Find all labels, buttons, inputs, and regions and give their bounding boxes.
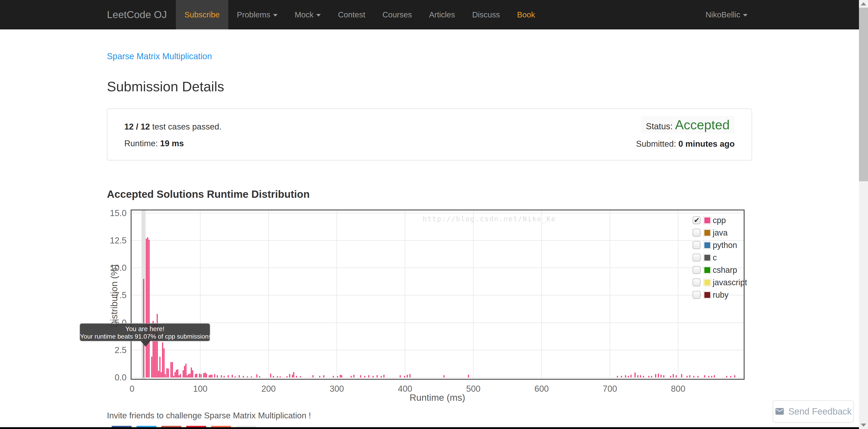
bar bbox=[243, 376, 244, 377]
bar bbox=[235, 376, 236, 377]
bar bbox=[625, 375, 626, 377]
bar bbox=[175, 372, 176, 377]
submitted-label: Submitted: bbox=[636, 139, 678, 149]
bar bbox=[149, 240, 150, 377]
bar bbox=[161, 372, 162, 377]
tooltip-line2: Your runtime beats 91.07% of cpp submiss… bbox=[80, 333, 210, 340]
checkbox-icon[interactable] bbox=[692, 241, 701, 249]
bar bbox=[189, 374, 191, 377]
grid-line bbox=[541, 210, 542, 379]
color-swatch bbox=[704, 217, 711, 224]
status-badge[interactable]: Accepted bbox=[675, 117, 730, 132]
bar bbox=[214, 374, 215, 377]
bar bbox=[353, 375, 354, 377]
color-swatch bbox=[704, 254, 711, 261]
bar bbox=[247, 376, 248, 377]
nav-item-mock[interactable]: Mock bbox=[286, 0, 330, 29]
checkbox-icon[interactable] bbox=[692, 278, 701, 286]
bar bbox=[693, 376, 694, 377]
legend-row-csharp: csharp bbox=[692, 264, 747, 276]
send-feedback-button[interactable]: Send Feedback bbox=[773, 400, 854, 423]
nav-item-articles[interactable]: Articles bbox=[421, 0, 464, 29]
nav-item-courses[interactable]: Courses bbox=[374, 0, 421, 29]
bar bbox=[319, 376, 320, 377]
bar bbox=[147, 237, 148, 377]
bar bbox=[223, 376, 225, 377]
nav-item-discuss[interactable]: Discuss bbox=[464, 0, 508, 29]
x-axis-tick: 800 bbox=[660, 384, 696, 394]
bar bbox=[210, 375, 211, 377]
nav-item-label: Problems bbox=[237, 10, 270, 19]
grid-line bbox=[337, 210, 337, 379]
problem-link[interactable]: Sparse Matrix Multiplication bbox=[107, 52, 212, 61]
bar bbox=[660, 375, 662, 377]
chevron-down-icon bbox=[273, 14, 278, 17]
x-axis-tick: 100 bbox=[182, 384, 218, 394]
bar bbox=[637, 375, 638, 377]
tests-passed-line: 12 / 12 test cases passed. bbox=[124, 122, 221, 131]
nav-item-label: Discuss bbox=[472, 10, 500, 19]
legend-row-ruby: ruby bbox=[692, 288, 747, 301]
nav-brand[interactable]: LeetCode OJ bbox=[107, 0, 176, 29]
bar bbox=[195, 374, 196, 377]
bar bbox=[191, 368, 192, 377]
bar bbox=[165, 374, 166, 377]
bottom-bar bbox=[0, 427, 859, 429]
scrollbar[interactable] bbox=[859, 0, 868, 429]
runtime-value: 19 ms bbox=[160, 139, 184, 148]
y-axis-tick: 0.0 bbox=[89, 372, 127, 383]
color-swatch bbox=[704, 242, 711, 249]
scrollbar-thumb[interactable] bbox=[859, 8, 868, 181]
bar bbox=[205, 372, 206, 377]
user-menu[interactable]: NikoBellic bbox=[701, 0, 752, 29]
checkbox-icon[interactable] bbox=[692, 291, 701, 299]
bar bbox=[200, 374, 202, 377]
bar bbox=[663, 375, 664, 377]
bar bbox=[187, 375, 188, 377]
result-panel: 12 / 12 test cases passed. Runtime: 19 m… bbox=[107, 109, 752, 160]
scroll-down-button[interactable] bbox=[861, 424, 866, 427]
bar bbox=[185, 364, 186, 377]
checkbox-icon[interactable] bbox=[692, 266, 701, 274]
bar bbox=[300, 376, 301, 377]
status-line: Status: Accepted bbox=[641, 116, 735, 133]
bar bbox=[172, 362, 173, 377]
bar bbox=[409, 374, 410, 377]
bar bbox=[217, 375, 218, 377]
bar bbox=[708, 376, 709, 377]
bar bbox=[221, 375, 222, 377]
nav-item-book[interactable]: Book bbox=[508, 0, 544, 29]
color-swatch bbox=[704, 292, 711, 299]
y-axis-tick: 12.5 bbox=[89, 235, 127, 246]
color-swatch bbox=[704, 267, 711, 274]
x-axis-tick: 300 bbox=[319, 384, 355, 394]
bar bbox=[658, 374, 659, 377]
runtime-label: Runtime: bbox=[124, 139, 160, 148]
you-are-here-tooltip: You are here! Your runtime beats 91.07% … bbox=[80, 323, 210, 341]
bar bbox=[209, 375, 210, 377]
x-axis-tick: 600 bbox=[524, 384, 560, 394]
send-feedback-label: Send Feedback bbox=[788, 406, 851, 417]
nav-item-label: Articles bbox=[429, 10, 455, 19]
bar bbox=[176, 370, 177, 377]
nav-item-contest[interactable]: Contest bbox=[329, 0, 374, 29]
scroll-up-button[interactable] bbox=[861, 2, 866, 5]
checkbox-icon[interactable] bbox=[692, 254, 701, 262]
bar bbox=[726, 376, 727, 377]
bar bbox=[676, 375, 677, 377]
bar bbox=[730, 376, 731, 377]
legend-row-java: java bbox=[692, 226, 747, 239]
checkbox-icon[interactable] bbox=[692, 229, 701, 237]
bar bbox=[273, 376, 274, 377]
nav-item-problems[interactable]: Problems bbox=[228, 0, 286, 29]
bar bbox=[640, 375, 641, 377]
bar bbox=[312, 375, 313, 377]
nav-item-subscribe[interactable]: Subscribe bbox=[176, 0, 228, 29]
bar bbox=[211, 375, 213, 377]
tooltip-line1: You are here! bbox=[80, 325, 210, 333]
bar bbox=[340, 375, 341, 377]
legend-row-python: python bbox=[692, 239, 747, 251]
checkbox-checked-icon[interactable] bbox=[692, 216, 701, 224]
bar bbox=[364, 376, 365, 377]
bar bbox=[270, 374, 271, 377]
